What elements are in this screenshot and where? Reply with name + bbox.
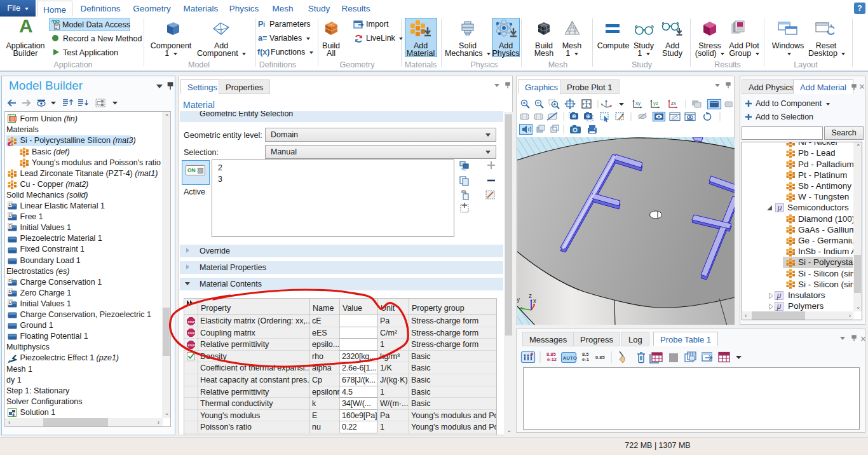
svg-text:yz: yz (653, 100, 658, 106)
svg-text:D: D (8, 278, 12, 283)
svg-text:AUTO: AUTO (563, 355, 578, 361)
svg-text:D: D (8, 224, 12, 229)
svg-text:STOP: STOP (187, 320, 195, 323)
svg-text:D: D (8, 201, 12, 207)
svg-text:STOP: STOP (187, 332, 195, 335)
svg-text:e-1: e-1 (582, 357, 589, 362)
svg-text:xy: xy (635, 100, 641, 106)
svg-text:zx: zx (671, 100, 676, 106)
svg-text:D: D (8, 289, 12, 294)
svg-text:STOP: STOP (187, 343, 195, 346)
svg-text:0.85: 0.85 (595, 355, 605, 360)
svg-text:D: D (8, 212, 12, 218)
svg-text:D: D (8, 299, 12, 305)
svg-text:x: x (533, 297, 536, 304)
svg-text:e-12: e-12 (547, 357, 557, 362)
svg-text:y: y (517, 296, 520, 303)
svg-text:z: z (529, 292, 532, 299)
